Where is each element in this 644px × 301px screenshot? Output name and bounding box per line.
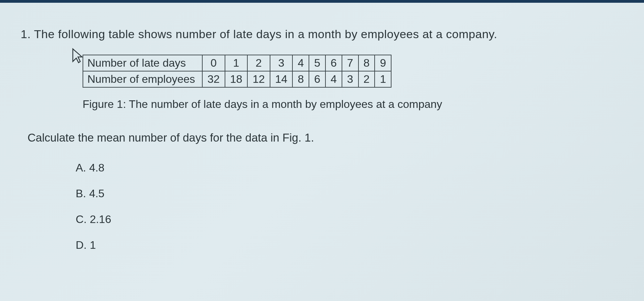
table-cell: 3 <box>342 71 358 87</box>
table-cell: 18 <box>225 71 248 87</box>
table-cell: 8 <box>292 71 309 87</box>
table-row: Number of late days 0 1 2 3 4 5 6 7 8 9 <box>83 55 391 71</box>
question-body: The following table shows number of late… <box>34 27 497 41</box>
table-cell: 2 <box>358 71 375 87</box>
table-cell: 1 <box>225 55 248 71</box>
row-label-employees: Number of employees <box>83 71 202 87</box>
figure-caption: Figure 1: The number of late days in a m… <box>83 98 623 111</box>
question-block: 1. The following table shows number of l… <box>21 27 623 252</box>
table-cell: 6 <box>325 55 342 71</box>
option-c[interactable]: C. 2.16 <box>76 213 623 226</box>
answer-options: A. 4.8 B. 4.5 C. 2.16 D. 1 <box>76 161 623 252</box>
row-label-late-days: Number of late days <box>83 55 202 71</box>
instruction-text: Calculate the mean number of days for th… <box>28 131 623 144</box>
table-cell: 4 <box>325 71 342 87</box>
table-cell: 12 <box>247 71 270 87</box>
table-cell: 0 <box>202 55 225 71</box>
table-cell: 14 <box>270 71 293 87</box>
table-cell: 3 <box>270 55 293 71</box>
option-d[interactable]: D. 1 <box>76 239 623 252</box>
option-a[interactable]: A. 4.8 <box>76 161 623 174</box>
table-cell: 1 <box>375 71 391 87</box>
question-text: 1. The following table shows number of l… <box>21 27 623 41</box>
table-cell: 32 <box>202 71 225 87</box>
table-cell: 5 <box>309 55 325 71</box>
table-cell: 8 <box>358 55 375 71</box>
table-cell: 4 <box>292 55 309 71</box>
table-cell: 2 <box>247 55 270 71</box>
cursor-icon <box>71 48 84 65</box>
data-table-container: Number of late days 0 1 2 3 4 5 6 7 8 9 … <box>83 55 623 88</box>
question-number: 1. <box>21 27 31 41</box>
data-table: Number of late days 0 1 2 3 4 5 6 7 8 9 … <box>83 55 391 88</box>
table-cell: 6 <box>309 71 325 87</box>
table-row: Number of employees 32 18 12 14 8 6 4 3 … <box>83 71 391 87</box>
option-b[interactable]: B. 4.5 <box>76 187 623 200</box>
table-cell: 9 <box>375 55 391 71</box>
table-cell: 7 <box>342 55 358 71</box>
